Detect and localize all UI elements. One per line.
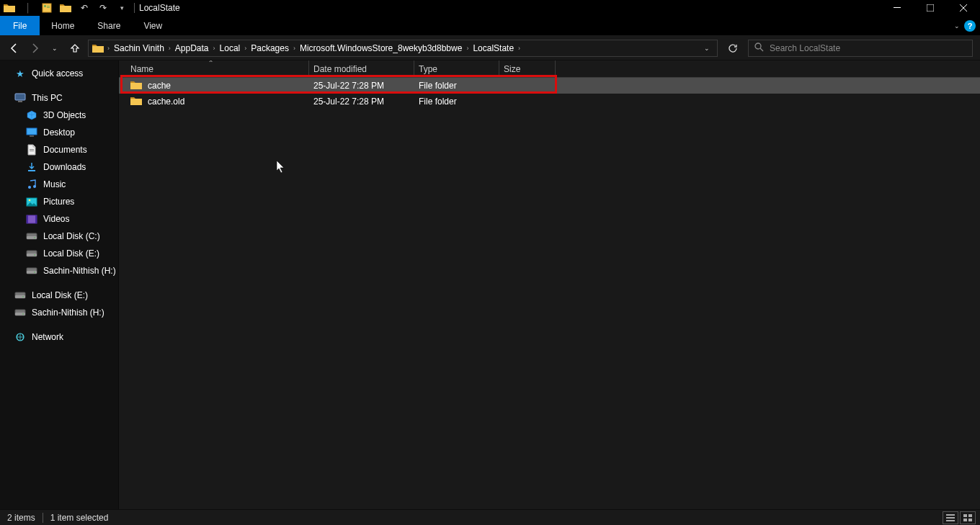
chevron-right-icon[interactable]: ›: [465, 45, 470, 52]
pic-icon: [26, 196, 37, 207]
crumb[interactable]: AppData: [174, 43, 210, 53]
qat-dropdown-icon[interactable]: ▾: [114, 1, 130, 15]
nav-label: 3D Objects: [43, 110, 86, 120]
nav-item[interactable]: Sachin-Nithish (H:): [0, 262, 118, 279]
svg-rect-20: [35, 215, 37, 223]
cell-name: cache.old: [126, 96, 309, 108]
navigation-pane[interactable]: ★ Quick access This PC 3D ObjectsDesktop…: [0, 60, 119, 509]
breadcrumb[interactable]: › Sachin Vinith › AppData › Local › Pack…: [88, 40, 718, 57]
nav-item[interactable]: Videos: [0, 210, 118, 228]
ribbon-expand-icon[interactable]: ⌄: [954, 22, 960, 30]
maximize-button[interactable]: [914, 0, 947, 16]
tab-share[interactable]: Share: [86, 16, 132, 35]
pc-icon: [14, 92, 26, 104]
tab-view[interactable]: View: [132, 16, 174, 35]
nav-item[interactable]: Pictures: [0, 193, 118, 210]
view-details-button[interactable]: [943, 511, 958, 524]
refresh-button[interactable]: [723, 40, 742, 57]
column-date[interactable]: Date modified: [309, 60, 414, 77]
folder-icon: [130, 80, 142, 92]
svg-rect-22: [27, 236, 37, 239]
undo-icon[interactable]: ↶: [76, 1, 92, 15]
chevron-right-icon[interactable]: ›: [212, 45, 217, 52]
close-button[interactable]: [947, 0, 980, 16]
crumb[interactable]: Microsoft.WindowsStore_8wekyb3d8bbwe: [298, 43, 463, 53]
svg-rect-38: [946, 517, 955, 519]
svg-rect-12: [30, 151, 34, 151]
svg-point-15: [33, 185, 36, 188]
chevron-right-icon[interactable]: ›: [243, 45, 248, 52]
window-title: LocalState: [139, 3, 180, 13]
svg-rect-39: [946, 520, 955, 521]
svg-rect-8: [18, 101, 22, 102]
nav-network[interactable]: Network: [0, 328, 118, 346]
nav-label: This PC: [32, 93, 63, 103]
crumb[interactable]: Local: [218, 43, 242, 53]
help-icon[interactable]: ?: [964, 20, 976, 32]
nav-label: Sachin-Nithish (H:): [43, 266, 116, 276]
nav-item[interactable]: Desktop: [0, 124, 118, 141]
column-name[interactable]: Name: [126, 60, 309, 77]
crumb[interactable]: LocalState: [471, 43, 515, 53]
back-button[interactable]: [7, 42, 22, 54]
nav-item[interactable]: Local Disk (E:): [0, 287, 118, 304]
view-large-icons-button[interactable]: [960, 511, 976, 524]
nav-item[interactable]: Music: [0, 176, 118, 193]
window-controls: [881, 0, 980, 16]
column-size[interactable]: Size: [499, 60, 556, 77]
svg-rect-42: [963, 519, 967, 521]
nav-item[interactable]: Local Disk (E:): [0, 245, 118, 262]
redo-icon[interactable]: ↷: [95, 1, 111, 15]
svg-rect-10: [30, 135, 34, 137]
nav-item[interactable]: Downloads: [0, 158, 118, 176]
new-folder-icon[interactable]: [58, 1, 74, 15]
drive-icon: [26, 248, 37, 259]
folder-icon: [92, 42, 104, 55]
svg-rect-11: [30, 149, 34, 150]
nav-item[interactable]: Documents: [0, 141, 118, 158]
svg-point-35: [22, 313, 24, 315]
properties-icon[interactable]: [39, 1, 55, 15]
tab-file[interactable]: File: [0, 16, 40, 35]
nav-this-pc[interactable]: This PC: [0, 89, 118, 107]
nav-item[interactable]: 3D Objects: [0, 107, 118, 124]
cell-name: cache: [126, 80, 309, 92]
address-dropdown-icon[interactable]: ⌄: [704, 45, 710, 52]
svg-rect-41: [968, 514, 972, 517]
nav-item[interactable]: Local Disk (C:): [0, 228, 118, 245]
chevron-right-icon[interactable]: ›: [106, 45, 111, 52]
search-input[interactable]: [770, 43, 966, 53]
recent-locations-button[interactable]: ⌄: [48, 45, 62, 52]
chevron-right-icon[interactable]: ›: [167, 45, 172, 52]
column-type[interactable]: Type: [414, 60, 499, 77]
svg-rect-7: [15, 94, 25, 100]
folder-icon: [130, 96, 142, 108]
svg-point-6: [755, 43, 761, 49]
nav-quick-access[interactable]: ★ Quick access: [0, 65, 118, 82]
drive-icon: [26, 230, 37, 242]
network-icon: [14, 331, 26, 343]
nav-item[interactable]: Sachin-Nithish (H:): [0, 304, 118, 321]
svg-rect-5: [927, 4, 934, 12]
nav-label: Network: [32, 332, 63, 342]
table-row[interactable]: cache25-Jul-22 7:28 PMFile folder: [119, 78, 980, 94]
sort-indicator-icon: ˄: [208, 60, 213, 66]
file-list[interactable]: ˄ Name Date modified Type Size cache25-J…: [119, 60, 980, 509]
svg-point-17: [29, 199, 31, 201]
search-box[interactable]: [748, 40, 973, 57]
table-row[interactable]: cache.old25-Jul-22 7:28 PMFile folder: [119, 94, 980, 109]
up-button[interactable]: [68, 43, 82, 53]
cell-date: 25-Jul-22 7:28 PM: [309, 97, 414, 107]
svg-rect-18: [27, 215, 37, 223]
minimize-button[interactable]: [881, 0, 914, 16]
crumb[interactable]: Sachin Vinith: [112, 43, 166, 53]
vid-icon: [26, 213, 37, 225]
forward-button[interactable]: [27, 42, 42, 54]
chevron-right-icon[interactable]: ›: [517, 45, 522, 52]
chevron-right-icon[interactable]: ›: [292, 45, 297, 52]
nav-label: Local Disk (C:): [43, 231, 100, 241]
tab-home[interactable]: Home: [40, 16, 86, 35]
ribbon-tabs: File Home Share View ⌄ ?: [0, 16, 980, 36]
status-selected: 1 item selected: [50, 513, 109, 523]
crumb[interactable]: Packages: [249, 43, 290, 53]
